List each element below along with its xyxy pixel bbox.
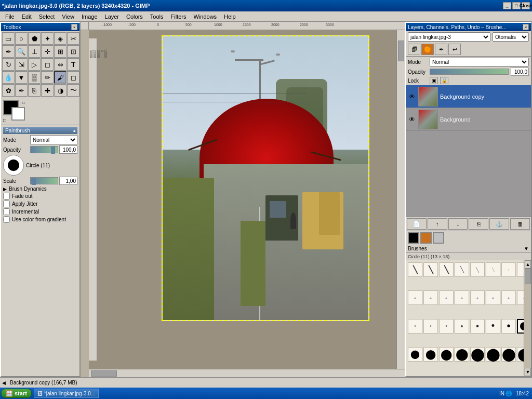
pencil-tool[interactable]: ✏ [41,71,54,84]
scale-slider[interactable] [30,177,58,184]
brush-tri4[interactable]: ▲ [455,290,469,305]
rect-select-tool[interactable]: ▭ [2,32,15,45]
layer-opacity-slider[interactable] [430,69,509,75]
scrollbar-vertical[interactable] [396,30,405,369]
zoom-tool[interactable]: 🔍 [15,45,28,58]
menu-file[interactable]: File [2,12,18,21]
brush-diag2[interactable]: ╲ [423,262,438,277]
minimize-button[interactable]: _ [503,2,511,9]
lock-position-icon[interactable]: 🔒 [440,77,448,84]
reset-colors-icon[interactable]: □ [3,117,6,123]
brush-large6[interactable]: ⬤ [486,347,500,362]
shear-tool[interactable]: ▷ [28,58,41,71]
paintbrush-collapse-icon[interactable]: ◂ [73,128,75,134]
menu-image[interactable]: Image [78,12,101,21]
smudge-tool[interactable]: 〜 [67,84,79,97]
paintbrush-title-bar[interactable]: Paintbrush ◂ [3,127,77,134]
brush-med-dot7[interactable]: • [501,319,516,334]
scale-tool[interactable]: ⇲ [15,58,28,71]
brush-med-dot4[interactable]: • [455,319,469,334]
raise-layer-button[interactable]: ↑ [428,218,447,230]
dynamics-expand-icon[interactable]: ▶ [3,187,7,192]
brush-med-dot3[interactable]: • [439,319,454,334]
brush-tri8[interactable]: ▲ [517,290,524,305]
menu-layer[interactable]: Layer [102,12,123,21]
menu-tools[interactable]: Tools [147,12,167,21]
hscroll-thumb[interactable] [91,370,117,377]
brush-med-dot2[interactable]: • [423,319,438,334]
opacity-value[interactable]: 100,0 [59,145,77,154]
text-tool[interactable]: T [67,58,79,71]
undo-tab-icon[interactable]: ↩ [448,44,461,55]
status-left-arrow[interactable]: ◀ [2,380,6,385]
brushes-scroll-up[interactable]: ▲ [525,260,531,269]
clone-tool[interactable]: ⎘ [28,84,41,97]
swatch-black[interactable] [408,232,419,244]
start-button[interactable]: 🪟 start [1,389,32,398]
brush-tri2[interactable]: ▲ [423,290,438,305]
brush-diag1[interactable]: ╲ [408,262,422,277]
apply-jitter-checkbox[interactable] [3,201,10,207]
layer-visibility-background-copy[interactable]: 👁 [408,92,416,101]
brush-large1[interactable]: ⬤ [408,347,422,362]
use-color-gradient-checkbox[interactable] [3,216,10,223]
brush-med-dot1[interactable]: • [408,319,422,334]
duplicate-layer-button[interactable]: ⎘ [469,218,488,230]
brush-large8[interactable]: ⬤ [517,347,524,362]
layers-filename-select[interactable]: jalan lingkar.jpg-3 [408,32,490,42]
swatch-gray[interactable] [433,232,444,244]
close-button[interactable]: Close [522,2,530,9]
anchor-layer-button[interactable]: ⚓ [489,218,509,230]
free-select-tool[interactable]: ⬟ [28,32,41,45]
canvas-image[interactable] [162,35,369,321]
swap-colors-icon[interactable]: ↔ [21,100,26,105]
layers-tab-icon[interactable]: 🗐 [408,44,420,55]
canvas-scroll-area[interactable]: -1000 0 1000 2000 3000 [89,30,396,369]
layer-mode-select[interactable]: Normal [430,58,529,66]
vscroll-thumb[interactable] [398,41,404,61]
menu-help[interactable]: Help [221,12,239,21]
eraser-tool[interactable]: ◻ [67,71,79,84]
layer-item-background[interactable]: 👁 Background [406,108,531,131]
brush-large3[interactable]: ⬤ [439,347,454,362]
menu-view[interactable]: View [59,12,77,21]
brush-tri5[interactable]: ▲ [470,290,485,305]
menu-edit[interactable]: Edit [19,12,35,21]
rotate-tool[interactable]: ↻ [2,58,15,71]
brush-large2[interactable]: ⬤ [423,347,438,362]
brush-diag5[interactable]: ╲ [470,262,485,277]
heal-tool[interactable]: ✚ [41,84,54,97]
brushes-scrollbar[interactable]: ▲ ▼ [524,260,531,376]
paths-tool[interactable]: ✒ [2,45,15,58]
background-color[interactable] [11,107,25,121]
brushes-expand-icon[interactable]: ▼ [524,246,529,251]
brush-large7[interactable]: ⬤ [501,347,516,362]
brush-tri3[interactable]: ▲ [439,290,454,305]
brush-diag4[interactable]: ╲ [455,262,469,277]
dodge-burn-tool[interactable]: ◑ [54,84,66,97]
new-layer-button[interactable]: 📄 [407,218,427,230]
select-by-color-tool[interactable]: ◈ [54,32,66,45]
move-tool[interactable]: ✛ [41,45,54,58]
paintbrush-tool[interactable]: 🖌 [54,71,66,84]
brush-tri7[interactable]: ▲ [501,290,516,305]
menu-colors[interactable]: Colors [123,12,146,21]
fade-out-checkbox[interactable] [3,193,10,200]
brushes-scroll-down[interactable]: ▼ [525,368,531,376]
crop-tool[interactable]: ⊡ [67,45,79,58]
toolbox-close-button[interactable]: × [71,24,77,30]
layer-item-background-copy[interactable]: 👁 Background copy [406,85,531,108]
brush-circle-11[interactable] [517,319,524,334]
align-tool[interactable]: ⊞ [54,45,66,58]
channels-tab-icon[interactable]: 🟠 [421,44,434,55]
mode-select[interactable]: Normal Multiply Screen [30,135,77,144]
layers-auto-select[interactable]: Otomatis [493,32,529,42]
menu-filters[interactable]: Filters [168,12,190,21]
brush-large4[interactable]: ⬤ [455,347,469,362]
airbrush-tool[interactable]: ✿ [2,84,15,97]
layer-visibility-background[interactable]: 👁 [408,115,416,124]
bucket-fill-tool[interactable]: ▼ [15,71,28,84]
menu-windows[interactable]: Windows [190,12,220,21]
brush-large5[interactable]: ⬤ [470,347,485,362]
flip-tool[interactable]: ⇔ [54,58,66,71]
